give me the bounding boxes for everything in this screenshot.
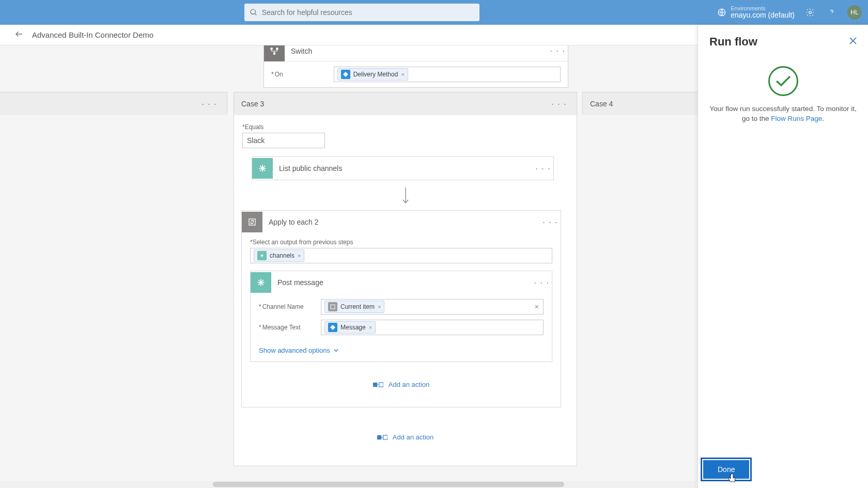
top-right-controls: Environments enayu.com (default) HL: [717, 5, 862, 20]
select-output-input[interactable]: channels×: [250, 248, 552, 263]
case-menu[interactable]: · · ·: [549, 99, 569, 109]
apply-each-title: Apply to each 2: [262, 218, 540, 226]
svg-line-1: [255, 13, 256, 15]
loop-icon: [242, 212, 262, 232]
equals-label: *Equals: [234, 123, 577, 131]
message-text-label: *Message Text: [259, 324, 321, 331]
svg-rect-12: [331, 305, 335, 309]
success-indicator: [698, 66, 868, 96]
gear-icon: [805, 8, 815, 17]
close-icon: [849, 37, 857, 44]
run-flow-panel: Run flow Your flow run successfully star…: [698, 25, 868, 488]
delivery-method-token[interactable]: Delivery Method×: [337, 68, 408, 81]
apply-to-each-card[interactable]: Apply to each 2 · · · *Select an output …: [241, 210, 561, 407]
on-label: *On: [271, 71, 283, 78]
settings-button[interactable]: [804, 6, 816, 19]
svg-rect-7: [276, 48, 278, 50]
user-avatar[interactable]: HL: [847, 5, 862, 20]
show-advanced-link[interactable]: Show advanced options: [251, 343, 552, 361]
channels-token[interactable]: channels×: [254, 249, 304, 262]
search-icon: [250, 8, 258, 17]
arrow-left-icon: [14, 29, 24, 39]
case-4-title: Case 4: [590, 100, 613, 108]
card-menu[interactable]: · · ·: [540, 217, 561, 228]
svg-rect-14: [373, 382, 377, 386]
svg-rect-6: [271, 48, 273, 50]
slack-icon: [252, 158, 273, 179]
horizontal-scrollbar[interactable]: [0, 481, 696, 488]
card-menu[interactable]: · · ·: [533, 163, 553, 174]
slack-icon: [251, 272, 271, 293]
switch-card[interactable]: Switch · · · *On Delivery Method×: [264, 45, 568, 88]
post-message-title: Post message: [271, 278, 531, 287]
done-button[interactable]: Done: [703, 460, 749, 479]
svg-point-0: [251, 9, 255, 14]
clear-input[interactable]: ×: [535, 303, 539, 311]
sharepoint-icon: [328, 323, 337, 332]
env-name: enayu.com (default): [731, 11, 795, 19]
svg-rect-11: [249, 219, 255, 225]
flow-runs-link[interactable]: Flow Runs Page: [771, 115, 822, 122]
card-menu[interactable]: · · ·: [531, 277, 552, 288]
panel-close-button[interactable]: [849, 37, 857, 46]
loop-token-icon: [328, 302, 337, 311]
page-title: Advanced Built-In Connector Demo: [32, 30, 153, 39]
case-3-column[interactable]: Case 3· · · *Equals List public channels…: [234, 92, 577, 466]
on-input[interactable]: Delivery Method×: [334, 67, 561, 82]
post-message-card[interactable]: Post message · · · *Channel Name Current…: [250, 271, 552, 362]
svg-rect-15: [379, 382, 383, 386]
chevron-down-icon: [333, 348, 339, 353]
equals-input[interactable]: [242, 133, 325, 148]
search-input[interactable]: [262, 8, 474, 17]
case-3-title: Case 3: [241, 100, 264, 108]
select-output-label: *Select an output from previous steps: [250, 239, 552, 246]
slack-icon: [257, 251, 267, 260]
search-field[interactable]: [244, 4, 479, 21]
list-channels-card[interactable]: List public channels · · ·: [252, 156, 554, 180]
svg-marker-9: [343, 72, 348, 77]
add-action-icon: [377, 434, 388, 441]
add-action-icon: [373, 381, 383, 388]
svg-rect-8: [273, 52, 275, 54]
check-icon: [776, 75, 791, 87]
token-remove[interactable]: ×: [378, 304, 381, 310]
top-bar: Environments enayu.com (default) HL: [0, 0, 868, 25]
list-channels-title: List public channels: [273, 164, 533, 172]
current-item-token[interactable]: Current item×: [324, 301, 384, 313]
add-action-outer[interactable]: Add an action: [234, 433, 577, 441]
message-text-input[interactable]: Message×: [321, 320, 544, 335]
channel-name-input[interactable]: Current item× ×: [321, 299, 544, 314]
switch-title: Switch: [285, 47, 547, 55]
panel-message: Your flow run successfully started. To m…: [698, 104, 868, 124]
environment-icon: [717, 8, 726, 17]
add-action-inner[interactable]: Add an action: [250, 381, 552, 388]
svg-marker-13: [330, 325, 335, 330]
channel-name-label: *Channel Name: [259, 303, 321, 310]
environment-picker[interactable]: Environments enayu.com (default): [717, 5, 795, 19]
sharepoint-icon: [341, 70, 350, 79]
scrollbar-thumb[interactable]: [213, 482, 564, 487]
case-2-column[interactable]: · · ·: [0, 92, 227, 115]
back-button[interactable]: [14, 29, 24, 41]
switch-menu[interactable]: · · ·: [547, 45, 568, 56]
svg-rect-18: [383, 435, 387, 439]
connector-arrow: [234, 187, 577, 205]
switch-icon: [264, 45, 285, 61]
message-token[interactable]: Message×: [324, 321, 376, 334]
svg-rect-17: [377, 435, 381, 439]
token-remove[interactable]: ×: [298, 253, 301, 259]
case-menu[interactable]: · · ·: [199, 99, 220, 109]
svg-point-3: [809, 11, 812, 14]
panel-title: Run flow: [709, 35, 757, 49]
help-button[interactable]: [826, 6, 838, 19]
token-remove[interactable]: ×: [401, 71, 404, 77]
token-remove[interactable]: ×: [369, 324, 372, 330]
help-icon: [827, 8, 836, 17]
